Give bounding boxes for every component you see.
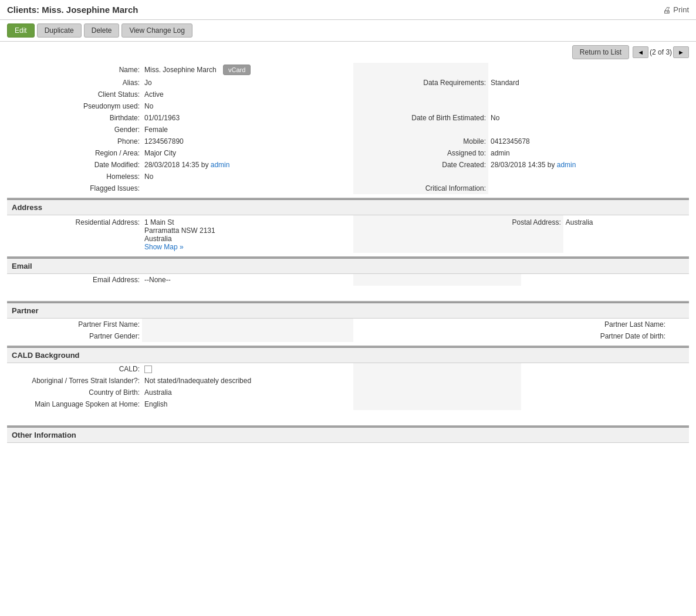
client-status-row: Client Status: Active <box>7 89 689 100</box>
print-icon: 🖨 <box>663 5 671 15</box>
country-birth-value: Australia <box>142 387 353 398</box>
main-content: Name: Miss. Josephine March vCard Alias:… <box>0 63 696 443</box>
nav-arrows: ◄ (2 of 3) ► <box>633 46 689 58</box>
alias-value: Jo <box>142 77 353 89</box>
date-created-label: Date Created: <box>353 159 488 171</box>
print-link[interactable]: 🖨 Print <box>663 5 689 15</box>
edit-button[interactable]: Edit <box>7 23 35 38</box>
other-info-section: Other Information <box>7 425 689 443</box>
cald-section-header: CALD Background <box>7 347 689 363</box>
pseudonym-value: No <box>142 100 353 112</box>
data-req-label: Data Requirements: <box>353 77 488 89</box>
partner-gender-row: Partner Gender: Partner Date of birth: <box>7 330 689 342</box>
dob-est-label: Date of Birth Estimated: <box>353 112 488 124</box>
email-address-label: Email Address: <box>7 274 142 286</box>
partner-section: Partner Partner First Name: Partner Last… <box>7 301 689 342</box>
prev-arrow-button[interactable]: ◄ <box>633 46 648 58</box>
show-map-link[interactable]: Show Map » <box>144 243 184 251</box>
name-label: Name: <box>7 63 142 77</box>
address-section: Address Residential Address: 1 Main St P… <box>7 198 689 253</box>
partner-dob-label: Partner Date of birth: <box>353 330 668 342</box>
phone-value: 1234567890 <box>142 136 353 147</box>
pseudonym-row: Pseudonym used: No <box>7 100 689 112</box>
aboriginal-label: Aboriginal / Torres Strait Islander?: <box>7 375 142 387</box>
email-section-header: Email <box>7 258 689 274</box>
delete-button[interactable]: Delete <box>84 23 120 38</box>
main-language-row: Main Language Spoken at Home: English <box>7 398 689 410</box>
partner-table: Partner First Name: Partner Last Name: P… <box>7 319 689 342</box>
data-req-value: Standard <box>488 77 689 89</box>
partner-dob-value <box>668 330 689 342</box>
email-section: Email Email Address: --None-- <box>7 256 689 297</box>
critical-info-value <box>488 182 689 194</box>
client-detail-table: Name: Miss. Josephine March vCard Alias:… <box>7 63 689 194</box>
name-value: Miss. Josephine March vCard <box>142 63 353 77</box>
name-row: Name: Miss. Josephine March vCard <box>7 63 689 77</box>
aboriginal-value: Not stated/Inadequately described <box>142 375 353 387</box>
aboriginal-row: Aboriginal / Torres Strait Islander?: No… <box>7 375 689 387</box>
mobile-value: 0412345678 <box>488 136 689 147</box>
critical-info-label: Critical Information: <box>353 182 488 194</box>
postal-address-value: Australia <box>563 215 689 253</box>
duplicate-button[interactable]: Duplicate <box>37 23 82 38</box>
alias-label: Alias: <box>7 77 142 89</box>
date-modified-row: Date Modified: 28/03/2018 14:35 by admin… <box>7 159 689 171</box>
page-header: Clients: Miss. Josephine March 🖨 Print <box>0 0 696 20</box>
cald-table: CALD: Aboriginal / Torres Strait Islande… <box>7 363 689 422</box>
birthdate-value: 01/01/1963 <box>142 112 353 124</box>
partner-firstname-value <box>142 319 353 330</box>
gender-value: Female <box>142 124 353 136</box>
email-spacer-row <box>7 286 689 297</box>
date-modified-admin-link[interactable]: admin <box>211 161 230 169</box>
next-arrow-button[interactable]: ► <box>673 46 689 58</box>
pseudonym-label: Pseudonym used: <box>7 100 142 112</box>
partner-section-header: Partner <box>7 302 689 319</box>
mobile-label: Mobile: <box>353 136 488 147</box>
cald-checkbox-input[interactable] <box>144 365 152 373</box>
email-address-value: --None-- <box>142 274 353 286</box>
cald-spacer-row <box>7 410 689 422</box>
main-language-label: Main Language Spoken at Home: <box>7 398 142 410</box>
client-status-label: Client Status: <box>7 89 142 100</box>
region-value: Major City <box>142 147 353 159</box>
partner-lastname-value <box>668 319 689 330</box>
residential-address-label: Residential Address: <box>7 215 142 253</box>
vcard-button[interactable]: vCard <box>223 65 251 75</box>
client-status-value: Active <box>142 89 353 100</box>
nav-bar: Return to List ◄ (2 of 3) ► <box>0 42 696 63</box>
postal-address-label: Postal Address: <box>353 215 563 253</box>
phone-row: Phone: 1234567890 Mobile: 0412345678 <box>7 136 689 147</box>
date-created-value: 28/03/2018 14:35 by admin <box>488 159 689 171</box>
homeless-label: Homeless: <box>7 171 142 182</box>
country-birth-row: Country of Birth: Australia <box>7 387 689 398</box>
partner-firstname-row: Partner First Name: Partner Last Name: <box>7 319 689 330</box>
homeless-row: Homeless: No <box>7 171 689 182</box>
return-to-list-button[interactable]: Return to List <box>572 45 629 59</box>
nav-count: (2 of 3) <box>650 48 672 56</box>
cald-checkbox <box>142 363 353 375</box>
address-section-header: Address <box>7 199 689 215</box>
cald-label: CALD: <box>7 363 142 375</box>
cald-section: CALD Background CALD: Aboriginal / Torre… <box>7 346 689 422</box>
partner-firstname-label: Partner First Name: <box>7 319 142 330</box>
assigned-to-value: admin <box>488 147 689 159</box>
address-table: Residential Address: 1 Main St Parramatt… <box>7 215 689 253</box>
gender-row: Gender: Female <box>7 124 689 136</box>
address-row: Residential Address: 1 Main St Parramatt… <box>7 215 689 253</box>
cald-checkbox-row: CALD: <box>7 363 689 375</box>
date-created-admin-link[interactable]: admin <box>557 161 576 169</box>
region-label: Region / Area: <box>7 147 142 159</box>
partner-gender-label: Partner Gender: <box>7 330 142 342</box>
flagged-row: Flagged Issues: Critical Information: <box>7 182 689 194</box>
birthdate-label: Birthdate: <box>7 112 142 124</box>
country-birth-label: Country of Birth: <box>7 387 142 398</box>
region-row: Region / Area: Major City Assigned to: a… <box>7 147 689 159</box>
gender-label: Gender: <box>7 124 142 136</box>
email-row: Email Address: --None-- <box>7 274 689 286</box>
assigned-to-label: Assigned to: <box>353 147 488 159</box>
alias-row: Alias: Jo Data Requirements: Standard <box>7 77 689 89</box>
flagged-issues-label: Flagged Issues: <box>7 182 142 194</box>
other-info-section-header: Other Information <box>7 427 689 443</box>
birthdate-row: Birthdate: 01/01/1963 Date of Birth Esti… <box>7 112 689 124</box>
view-change-log-button[interactable]: View Change Log <box>121 23 192 38</box>
